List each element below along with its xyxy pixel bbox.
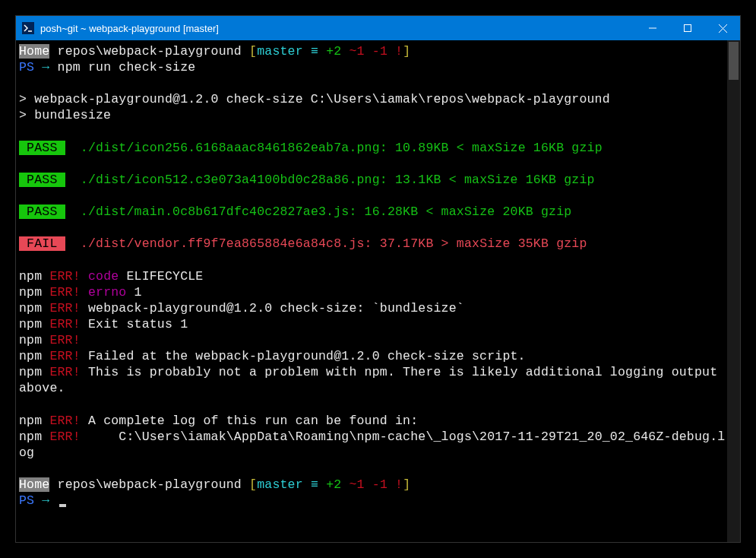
npm-output-header1: > webpack-playground@1.2.0 check-size C:… [19, 92, 610, 106]
terminal-window: posh~git ~ webpack-playground [master] H… [15, 15, 741, 543]
branch-open: [ [249, 44, 257, 59]
git-minus: -1 [365, 477, 387, 492]
result-file: ./dist/vendor.ff9f7ea865884e6a84c8.js: 3… [81, 236, 587, 251]
result-file: ./dist/icon256.6168aaac8461862eab7a.png:… [81, 141, 603, 155]
cursor [59, 504, 66, 507]
npm-error-line: npm ERR! This is probably not a problem … [19, 365, 725, 395]
cwd-path: repos\webpack-playground [58, 44, 242, 59]
arrow-icon: → [34, 493, 57, 508]
close-button[interactable] [705, 16, 740, 40]
ps-label: PS [19, 493, 34, 508]
terminal-body[interactable]: Home repos\webpack-playground [master ≡ … [16, 40, 740, 542]
npm-output-header2: > bundlesize [19, 108, 111, 122]
result-row: PASS ./dist/main.0c8b617dfc40c2827ae3.js… [19, 204, 571, 219]
branch-close: ] [403, 477, 410, 492]
window-title: posh~git ~ webpack-playground [master] [40, 23, 635, 34]
git-minus: -1 [365, 44, 387, 59]
branch-open: [ [249, 477, 257, 492]
git-equiv: ≡ [303, 44, 318, 59]
minimize-button[interactable] [635, 16, 670, 40]
git-plus: +2 [318, 477, 341, 492]
npm-error-line: npm ERR! A complete log of this run can … [19, 414, 418, 428]
npm-error-line: npm ERR! code ELIFECYCLE [19, 269, 203, 284]
cwd-path: repos\webpack-playground [58, 477, 242, 492]
maximize-button[interactable] [670, 16, 705, 40]
git-bang: ! [387, 477, 403, 492]
git-bang: ! [387, 44, 403, 59]
home-badge: Home [19, 477, 49, 492]
scrollbar[interactable] [727, 40, 740, 542]
result-file: ./dist/icon512.c3e073a4100bd0c28a86.png:… [81, 173, 595, 187]
status-badge: PASS [19, 173, 65, 187]
npm-error-line: npm ERR! [19, 333, 81, 347]
scrollbar-thumb[interactable] [729, 42, 739, 80]
home-badge: Home [19, 44, 49, 59]
window-controls [635, 16, 740, 40]
git-plus: +2 [318, 44, 341, 59]
git-branch: master [257, 477, 303, 492]
result-row: PASS ./dist/icon256.6168aaac8461862eab7a… [19, 141, 603, 155]
result-row: PASS ./dist/icon512.c3e073a4100bd0c28a86… [19, 173, 595, 187]
git-equiv: ≡ [303, 477, 318, 492]
status-badge: PASS [19, 204, 65, 219]
npm-error-line: npm ERR! C:\Users\iamak\AppData\Roaming\… [19, 430, 725, 460]
npm-error-line: npm ERR! Exit status 1 [19, 317, 188, 331]
ps-prompt-empty: PS → [19, 493, 66, 508]
terminal-content: Home repos\webpack-playground [master ≡ … [19, 43, 740, 509]
git-branch: master [257, 44, 303, 59]
npm-error-line: npm ERR! errno 1 [19, 285, 142, 300]
git-tilde: ~1 [341, 44, 364, 59]
result-row: FAIL ./dist/vendor.ff9f7ea865884e6a84c8.… [19, 236, 587, 251]
svg-rect-3 [685, 25, 691, 32]
ps-label: PS [19, 60, 34, 75]
branch-close: ] [403, 44, 410, 59]
result-file: ./dist/main.0c8b617dfc40c2827ae3.js: 16.… [81, 204, 572, 219]
arrow-icon: → [34, 60, 57, 75]
status-badge: FAIL [19, 236, 65, 251]
prompt-line-2: Home repos\webpack-playground [master ≡ … [19, 477, 410, 492]
command: npm run check-size [58, 60, 196, 75]
app-icon [22, 22, 34, 34]
ps-prompt: PS → npm run check-size [19, 60, 195, 75]
git-tilde: ~1 [341, 477, 364, 492]
npm-error-line: npm ERR! webpack-playground@1.2.0 check-… [19, 301, 464, 315]
titlebar[interactable]: posh~git ~ webpack-playground [master] [16, 16, 740, 40]
npm-error-line: npm ERR! Failed at the webpack-playgroun… [19, 349, 526, 363]
status-badge: PASS [19, 141, 65, 155]
prompt-line-1: Home repos\webpack-playground [master ≡ … [19, 44, 410, 59]
